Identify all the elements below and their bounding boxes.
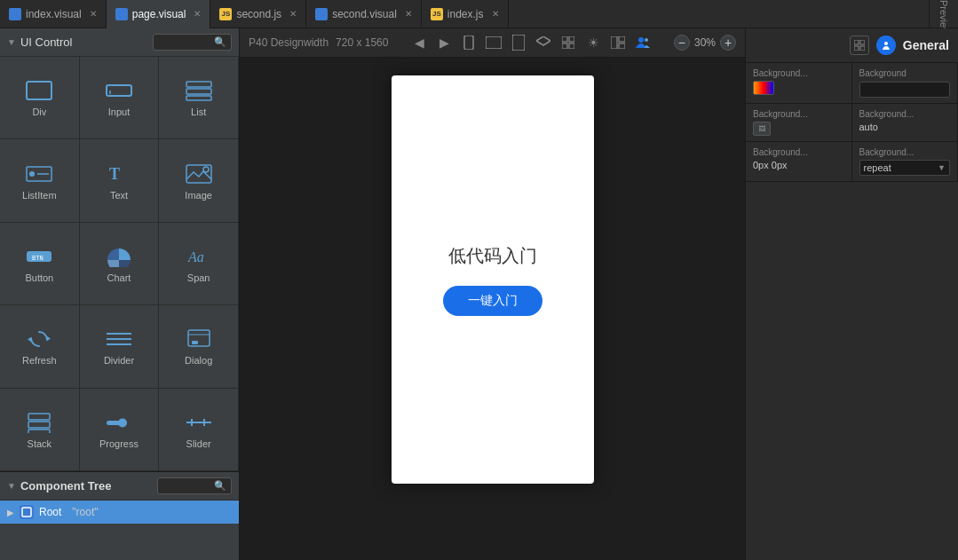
- component-span[interactable]: Aa Span: [159, 223, 239, 305]
- refresh-icon: [23, 327, 55, 351]
- tab-index-js[interactable]: JS index.js ✕: [422, 0, 509, 28]
- component-input[interactable]: Input: [80, 57, 160, 139]
- ui-control-title[interactable]: ▼ UI Control: [7, 35, 72, 49]
- attr-grid: Background... Background Background... 🖼…: [746, 63, 958, 182]
- tab-close-5[interactable]: ✕: [492, 9, 499, 19]
- component-refresh[interactable]: Refresh: [0, 305, 80, 388]
- svg-rect-0: [27, 82, 51, 99]
- component-progress[interactable]: Progress: [80, 389, 160, 471]
- progress-label: Progress: [99, 438, 139, 449]
- tablet-landscape-icon[interactable]: [509, 33, 528, 52]
- svg-marker-15: [47, 336, 51, 341]
- color-swatch[interactable]: [753, 81, 774, 95]
- listitem-label: ListItem: [22, 190, 57, 201]
- js-icon: JS: [219, 8, 232, 20]
- tablet-icon[interactable]: [484, 33, 503, 52]
- people-icon[interactable]: [633, 33, 653, 52]
- grid-view-icon[interactable]: [558, 33, 578, 52]
- phone-text: 低代码入门: [448, 244, 537, 268]
- grid-icon-button[interactable]: [850, 35, 869, 55]
- zoom-in-button[interactable]: +: [720, 35, 736, 51]
- svg-rect-37: [562, 36, 567, 42]
- svg-rect-32: [22, 508, 31, 517]
- svg-point-45: [645, 38, 648, 42]
- canvas-dimensions: 720 x 1560: [336, 36, 388, 49]
- list-icon: [183, 78, 215, 103]
- tree-search-input[interactable]: [162, 481, 211, 492]
- component-image[interactable]: Image: [159, 139, 239, 222]
- svg-point-11: [203, 167, 209, 172]
- tab-label: index.visual: [26, 8, 82, 20]
- input-icon: [103, 78, 135, 103]
- tab-page-visual[interactable]: page.visual ✕: [107, 0, 211, 28]
- right-panel-header: General: [746, 28, 958, 63]
- image-label: Image: [185, 190, 212, 201]
- stack-label: Stack: [28, 438, 52, 449]
- phone-icon[interactable]: [459, 33, 479, 52]
- canvas-info: P40 Designwidth 720 x 1560: [249, 36, 388, 49]
- previewer-tab[interactable]: Previewer: [929, 0, 958, 28]
- tab-index-visual[interactable]: index.visual ✕: [0, 0, 107, 28]
- attr-label-4: Background...: [859, 109, 951, 119]
- layers-icon[interactable]: [534, 33, 553, 52]
- tab-second-visual[interactable]: second.visual ✕: [306, 0, 422, 28]
- svg-text:T: T: [109, 165, 120, 183]
- image-swatch-row: 🖼: [753, 122, 844, 136]
- svg-text:BTN: BTN: [32, 255, 44, 262]
- listitem-icon: [23, 162, 55, 186]
- component-div[interactable]: Div: [0, 57, 80, 139]
- tab-close-3[interactable]: ✕: [289, 9, 297, 19]
- repeat-select[interactable]: repeat ▼: [859, 160, 951, 176]
- component-listitem[interactable]: ListItem: [0, 139, 80, 222]
- redo-button[interactable]: ▶: [434, 33, 454, 52]
- chart-label: Chart: [107, 272, 131, 283]
- image-placeholder[interactable]: 🖼: [753, 122, 771, 136]
- general-icon: [876, 35, 896, 55]
- tab-second-js[interactable]: JS second.js ✕: [210, 0, 306, 28]
- refresh-label: Refresh: [22, 355, 57, 366]
- toolbar-icons: ◀ ▶ ☀: [409, 33, 653, 52]
- search-input[interactable]: [158, 37, 211, 48]
- tab-close[interactable]: ✕: [90, 9, 97, 19]
- slider-icon: [183, 410, 215, 435]
- phone-button[interactable]: 一键入门: [443, 286, 542, 316]
- slider-label: Slider: [186, 438, 211, 449]
- sun-icon[interactable]: ☀: [583, 33, 603, 52]
- attr-input-1[interactable]: [859, 82, 951, 98]
- component-chart[interactable]: Chart: [80, 223, 160, 305]
- component-divider[interactable]: Divider: [80, 305, 160, 388]
- svg-rect-49: [860, 46, 865, 51]
- svg-rect-46: [854, 40, 859, 44]
- tree-root-item[interactable]: ▶ Root "root": [0, 501, 239, 524]
- component-text[interactable]: T Text: [80, 139, 160, 222]
- visual-icon-3: [315, 8, 328, 20]
- span-label: Span: [187, 272, 210, 283]
- tree-search[interactable]: 🔍: [157, 477, 232, 494]
- undo-button[interactable]: ◀: [409, 33, 429, 52]
- component-dialog[interactable]: Dialog: [159, 305, 239, 388]
- component-slider[interactable]: Slider: [159, 389, 239, 471]
- button-icon: BTN: [23, 244, 55, 269]
- tab-label-5: index.js: [447, 8, 484, 20]
- attr-label-2: Background: [859, 68, 951, 78]
- div-label: Div: [32, 106, 46, 117]
- progress-icon: [103, 410, 135, 435]
- svg-rect-39: [562, 43, 567, 49]
- svg-rect-34: [486, 36, 502, 49]
- svg-marker-16: [28, 337, 31, 342]
- svg-rect-40: [569, 43, 574, 49]
- component-button[interactable]: BTN Button: [0, 223, 80, 305]
- attr-label-6: Background...: [859, 147, 951, 157]
- svg-rect-23: [28, 414, 50, 420]
- tab-close-4[interactable]: ✕: [405, 9, 412, 19]
- layout-icon[interactable]: [608, 33, 628, 52]
- divider-label: Divider: [104, 355, 134, 366]
- canvas-area[interactable]: 低代码入门 一键入门: [240, 58, 745, 560]
- zoom-out-button[interactable]: −: [674, 35, 690, 51]
- attr-background-position: Background... 0px 0px: [746, 142, 852, 182]
- ui-control-search[interactable]: 🔍: [153, 34, 232, 51]
- component-list[interactable]: List: [159, 57, 239, 139]
- text-label: Text: [110, 190, 128, 201]
- component-stack[interactable]: Stack: [0, 389, 80, 471]
- tab-close-2[interactable]: ✕: [194, 9, 201, 19]
